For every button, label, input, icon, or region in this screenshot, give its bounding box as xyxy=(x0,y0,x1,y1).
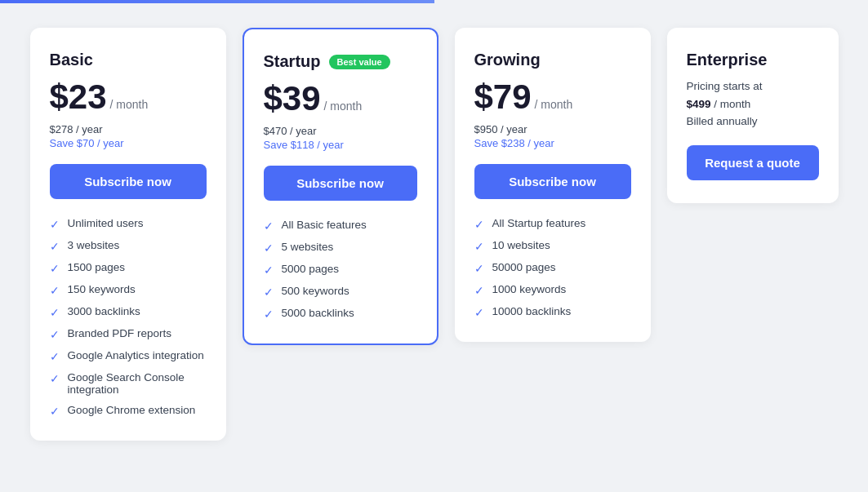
check-icon: ✓ xyxy=(474,306,484,319)
feature-item: ✓ 1500 pages xyxy=(50,261,207,275)
feature-text: 5000 backlinks xyxy=(282,307,354,319)
feature-text: 150 keywords xyxy=(68,283,136,295)
savings-text: Save $238 / year xyxy=(474,137,631,149)
feature-item: ✓ Unlimited users xyxy=(50,217,207,231)
feature-text: Unlimited users xyxy=(68,217,144,229)
feature-item: ✓ 3000 backlinks xyxy=(50,305,207,319)
feature-item: ✓ 5 websites xyxy=(264,241,417,255)
price-amount: $79 xyxy=(474,78,532,117)
check-icon: ✓ xyxy=(50,372,60,385)
feature-item: ✓ All Basic features xyxy=(264,219,417,233)
check-icon: ✓ xyxy=(50,306,60,319)
feature-text: 500 keywords xyxy=(282,285,349,297)
feature-text: Google Chrome extension xyxy=(68,404,196,416)
plan-card-growing: Growing $79 / month $950 / year Save $23… xyxy=(455,28,651,342)
feature-list: ✓ All Basic features ✓ 5 websites ✓ 5000… xyxy=(264,219,417,321)
feature-item: ✓ 10 websites xyxy=(474,239,631,253)
annual-price: $278 / year xyxy=(50,123,207,135)
feature-item: ✓ 3 websites xyxy=(50,239,207,253)
feature-text: 10000 backlinks xyxy=(492,305,572,317)
plan-name: Basic xyxy=(50,51,207,69)
check-icon: ✓ xyxy=(50,262,60,275)
savings-text: Save $118 / year xyxy=(264,139,417,151)
best-value-badge: Best value xyxy=(329,55,390,69)
savings-text: Save $70 / year xyxy=(50,137,207,149)
price-period: / month xyxy=(535,98,573,111)
check-icon: ✓ xyxy=(264,219,274,233)
enterprise-pricing: Pricing starts at $499 / month Billed an… xyxy=(687,78,819,131)
check-icon: ✓ xyxy=(264,264,274,277)
check-icon: ✓ xyxy=(50,405,60,418)
feature-text: 5000 pages xyxy=(282,263,340,275)
feature-item: ✓ Branded PDF reports xyxy=(50,327,207,341)
price-period: / month xyxy=(110,98,149,111)
check-icon: ✓ xyxy=(474,240,484,253)
price-amount: $23 xyxy=(50,78,107,117)
price-row: $39 / month xyxy=(264,79,417,118)
plan-card-startup: Startup Best value $39 / month $470 / ye… xyxy=(243,28,438,345)
feature-list: ✓ All Startup features ✓ 10 websites ✓ 5… xyxy=(474,217,631,319)
check-icon: ✓ xyxy=(474,218,484,231)
feature-item: ✓ 500 keywords xyxy=(264,285,417,299)
check-icon: ✓ xyxy=(50,240,60,253)
feature-item: ✓ 5000 pages xyxy=(264,263,417,277)
feature-text: 1500 pages xyxy=(68,261,126,273)
check-icon: ✓ xyxy=(50,218,60,231)
check-icon: ✓ xyxy=(264,308,274,321)
feature-text: 3000 backlinks xyxy=(68,305,140,317)
feature-text: 10 websites xyxy=(492,239,550,251)
feature-text: Google Search Console integration xyxy=(68,371,207,396)
check-icon: ✓ xyxy=(264,242,274,255)
feature-item: ✓ Google Analytics integration xyxy=(50,349,207,363)
feature-text: 5 websites xyxy=(282,241,334,253)
plan-name: Startup Best value xyxy=(264,52,417,71)
subscribe-button[interactable]: Subscribe now xyxy=(474,164,631,199)
subscribe-button[interactable]: Subscribe now xyxy=(264,166,417,201)
request-quote-button[interactable]: Request a quote xyxy=(687,145,819,180)
plan-card-enterprise: Enterprise Pricing starts at $499 / mont… xyxy=(667,28,839,203)
feature-item: ✓ Google Chrome extension xyxy=(50,404,207,418)
feature-item: ✓ 50000 pages xyxy=(474,261,631,275)
feature-text: 3 websites xyxy=(68,239,120,251)
feature-item: ✓ 10000 backlinks xyxy=(474,305,631,319)
feature-item: ✓ All Startup features xyxy=(474,217,631,231)
plan-name: Enterprise xyxy=(687,51,819,69)
feature-list: ✓ Unlimited users ✓ 3 websites ✓ 1500 pa… xyxy=(50,217,207,418)
plan-name: Growing xyxy=(474,51,631,69)
price-amount: $39 xyxy=(264,79,321,118)
check-icon: ✓ xyxy=(50,328,60,341)
feature-text: 1000 keywords xyxy=(492,283,567,295)
feature-text: All Basic features xyxy=(282,219,367,231)
feature-text: 50000 pages xyxy=(492,261,556,273)
enterprise-price: $499 xyxy=(687,98,711,110)
check-icon: ✓ xyxy=(50,350,60,363)
price-row: $79 / month xyxy=(474,78,631,117)
feature-item: ✓ Google Search Console integration xyxy=(50,371,207,396)
annual-price: $470 / year xyxy=(264,125,417,137)
check-icon: ✓ xyxy=(50,284,60,297)
feature-text: Branded PDF reports xyxy=(68,327,172,339)
pricing-container: Basic $23 / month $278 / year Save $70 /… xyxy=(0,3,868,492)
check-icon: ✓ xyxy=(474,262,484,275)
price-period: / month xyxy=(324,100,363,113)
price-row: $23 / month xyxy=(50,78,207,117)
feature-item: ✓ 5000 backlinks xyxy=(264,307,417,321)
subscribe-button[interactable]: Subscribe now xyxy=(50,164,207,199)
feature-item: ✓ 1000 keywords xyxy=(474,283,631,297)
check-icon: ✓ xyxy=(264,286,274,299)
feature-text: All Startup features xyxy=(492,217,586,229)
annual-price: $950 / year xyxy=(474,123,631,135)
plan-card-basic: Basic $23 / month $278 / year Save $70 /… xyxy=(30,28,226,441)
feature-item: ✓ 150 keywords xyxy=(50,283,207,297)
feature-text: Google Analytics integration xyxy=(68,349,204,361)
check-icon: ✓ xyxy=(474,284,484,297)
